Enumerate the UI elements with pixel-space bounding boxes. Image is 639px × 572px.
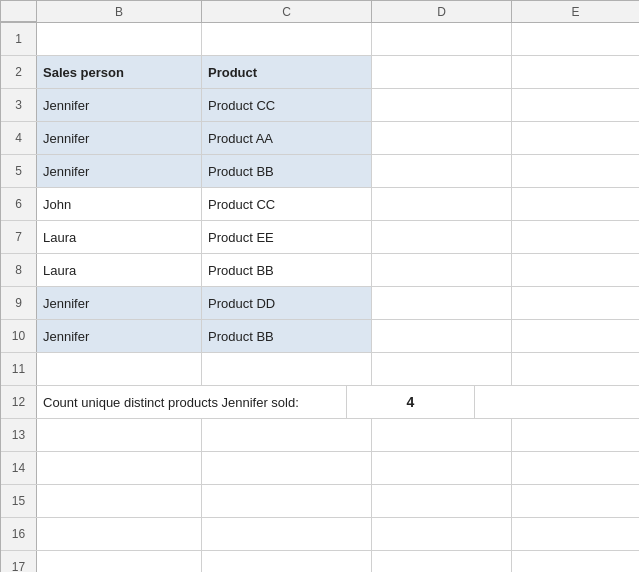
cell-b5[interactable]: Jennifer: [37, 155, 202, 187]
cell-e13[interactable]: [512, 419, 639, 451]
cell-b13[interactable]: [37, 419, 202, 451]
cell-e5[interactable]: [512, 155, 639, 187]
cell-e7[interactable]: [512, 221, 639, 253]
cell-c5[interactable]: Product BB: [202, 155, 372, 187]
product-header: Product: [208, 65, 257, 80]
cell-d4[interactable]: [372, 122, 512, 154]
cell-c16[interactable]: [202, 518, 372, 550]
cell-e2[interactable]: [512, 56, 639, 88]
row-num: 14: [1, 452, 37, 484]
cell-e3[interactable]: [512, 89, 639, 121]
row-num: 4: [1, 122, 37, 154]
row-num: 7: [1, 221, 37, 253]
formula-row: 12 Count unique distinct products Jennif…: [1, 386, 639, 419]
row-num: 2: [1, 56, 37, 88]
row-num: 17: [1, 551, 37, 572]
cell-b3[interactable]: Jennifer: [37, 89, 202, 121]
cell-d10[interactable]: [372, 320, 512, 352]
cell-d8[interactable]: [372, 254, 512, 286]
spreadsheet: B C D E 1 2 Sales person Product 3 Jenni…: [0, 0, 639, 572]
cell-b16[interactable]: [37, 518, 202, 550]
cell-b9[interactable]: Jennifer: [37, 287, 202, 319]
row-num: 6: [1, 188, 37, 220]
cell-d1[interactable]: [372, 23, 512, 55]
cell-c1[interactable]: [202, 23, 372, 55]
table-row: 7 Laura Product EE: [1, 221, 639, 254]
corner-header: [1, 1, 37, 22]
cell-d13[interactable]: [372, 419, 512, 451]
cell-d5[interactable]: [372, 155, 512, 187]
cell-d14[interactable]: [372, 452, 512, 484]
table-row: 13: [1, 419, 639, 452]
cell-e8[interactable]: [512, 254, 639, 286]
cell-b14[interactable]: [37, 452, 202, 484]
table-row: 9 Jennifer Product DD: [1, 287, 639, 320]
cell-d16[interactable]: [372, 518, 512, 550]
table-row: 6 John Product CC: [1, 188, 639, 221]
cell-c14[interactable]: [202, 452, 372, 484]
cell-b10[interactable]: Jennifer: [37, 320, 202, 352]
formula-value-cell[interactable]: 4: [347, 386, 475, 418]
cell-d11[interactable]: [372, 353, 512, 385]
cell-e15[interactable]: [512, 485, 639, 517]
cell-e11[interactable]: [512, 353, 639, 385]
table-row: 16: [1, 518, 639, 551]
cell-c7[interactable]: Product EE: [202, 221, 372, 253]
cell-c3[interactable]: Product CC: [202, 89, 372, 121]
cell-d2[interactable]: [372, 56, 512, 88]
cell-c15[interactable]: [202, 485, 372, 517]
cell-c6[interactable]: Product CC: [202, 188, 372, 220]
cell-e16[interactable]: [512, 518, 639, 550]
row-num: 16: [1, 518, 37, 550]
cell-c13[interactable]: [202, 419, 372, 451]
cell-b1[interactable]: [37, 23, 202, 55]
cell-c2[interactable]: Product: [202, 56, 372, 88]
cell-e10[interactable]: [512, 320, 639, 352]
cell-e1[interactable]: [512, 23, 639, 55]
cell-c8[interactable]: Product BB: [202, 254, 372, 286]
cell-d7[interactable]: [372, 221, 512, 253]
cell-b11[interactable]: [37, 353, 202, 385]
cell-e17[interactable]: [512, 551, 639, 572]
cell-e4[interactable]: [512, 122, 639, 154]
table-row: 2 Sales person Product: [1, 56, 639, 89]
table-row: 17: [1, 551, 639, 572]
cell-e14[interactable]: [512, 452, 639, 484]
cell-b17[interactable]: [37, 551, 202, 572]
cell-d3[interactable]: [372, 89, 512, 121]
table-row: 4 Jennifer Product AA: [1, 122, 639, 155]
cell-b6[interactable]: John: [37, 188, 202, 220]
cell-b8[interactable]: Laura: [37, 254, 202, 286]
table-row: 5 Jennifer Product BB: [1, 155, 639, 188]
row-num: 9: [1, 287, 37, 319]
cell-c4[interactable]: Product AA: [202, 122, 372, 154]
cell-d17[interactable]: [372, 551, 512, 572]
cell-d9[interactable]: [372, 287, 512, 319]
table-row: 10 Jennifer Product BB: [1, 320, 639, 353]
cell-c10[interactable]: Product BB: [202, 320, 372, 352]
col-header-c[interactable]: C: [202, 1, 372, 22]
cell-d6[interactable]: [372, 188, 512, 220]
cell-c17[interactable]: [202, 551, 372, 572]
cell-b15[interactable]: [37, 485, 202, 517]
cell-b4[interactable]: Jennifer: [37, 122, 202, 154]
cell-c9[interactable]: Product DD: [202, 287, 372, 319]
table-row: 8 Laura Product BB: [1, 254, 639, 287]
row-num: 15: [1, 485, 37, 517]
row-num: 10: [1, 320, 37, 352]
cell-e6[interactable]: [512, 188, 639, 220]
row-num: 1: [1, 23, 37, 55]
col-header-b[interactable]: B: [37, 1, 202, 22]
table-row: 15: [1, 485, 639, 518]
col-header-e[interactable]: E: [512, 1, 639, 22]
formula-label-cell[interactable]: Count unique distinct products Jennifer …: [37, 386, 347, 418]
cell-b2[interactable]: Sales person: [37, 56, 202, 88]
table-row: 14: [1, 452, 639, 485]
col-header-d[interactable]: D: [372, 1, 512, 22]
row-num: 3: [1, 89, 37, 121]
table-row: 1: [1, 23, 639, 56]
cell-e9[interactable]: [512, 287, 639, 319]
cell-c11[interactable]: [202, 353, 372, 385]
cell-b7[interactable]: Laura: [37, 221, 202, 253]
cell-d15[interactable]: [372, 485, 512, 517]
